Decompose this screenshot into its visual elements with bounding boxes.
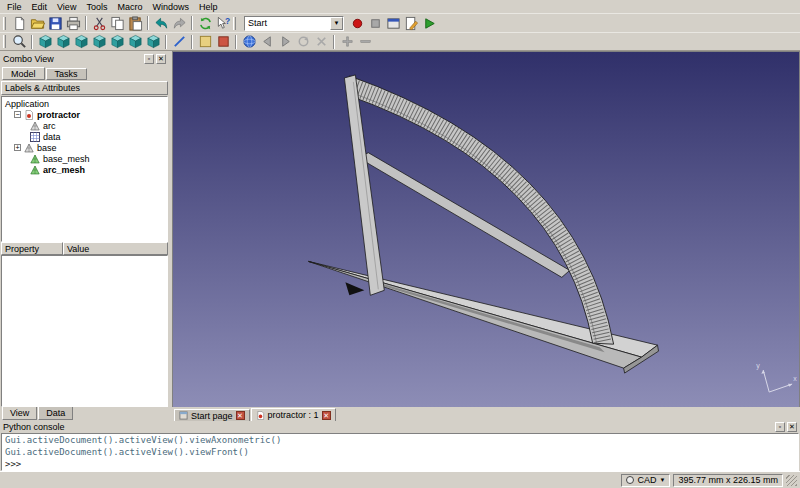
grid-icon	[30, 132, 40, 142]
edit-macro-button[interactable]	[402, 15, 420, 32]
cube-front-icon	[56, 34, 71, 49]
zoom-in-button[interactable]	[338, 33, 356, 50]
toolbar-drag-handle[interactable]	[3, 35, 6, 48]
undo-button[interactable]	[152, 15, 170, 32]
web-browser-button[interactable]	[240, 33, 258, 50]
nav-stop-button[interactable]	[312, 33, 330, 50]
rear-view-button[interactable]	[108, 33, 126, 50]
redo-arrow-icon	[172, 16, 187, 31]
chevron-down-icon: ▼	[660, 477, 666, 483]
nav-refresh-button[interactable]	[294, 33, 312, 50]
toolbar-separator	[333, 35, 335, 49]
close-tab-icon[interactable]: ✕	[322, 411, 331, 420]
collapse-expander-icon[interactable]: −	[14, 111, 21, 118]
menu-tools[interactable]: Tools	[81, 1, 112, 13]
tree-item-protractor[interactable]: − protractor	[2, 109, 167, 120]
menu-windows[interactable]: Windows	[147, 1, 194, 13]
chevron-down-icon: ▼	[330, 17, 343, 30]
freecad-document-icon	[24, 110, 34, 120]
python-console-panel: Python console ▫ ✕ Gui.activeDocument().…	[0, 421, 800, 471]
property-table-header: Property Value	[1, 242, 168, 255]
toolbar-drag-handle[interactable]	[3, 17, 6, 30]
cut-button[interactable]	[90, 15, 108, 32]
cube-bottom-icon	[128, 34, 143, 49]
python-console-output[interactable]: Gui.activeDocument().activeView().viewAx…	[1, 433, 799, 471]
save-document-button[interactable]	[46, 15, 64, 32]
tree-item-base-mesh[interactable]: base_mesh	[2, 153, 167, 164]
left-view-button[interactable]	[144, 33, 162, 50]
float-panel-button[interactable]: ▫	[775, 422, 785, 432]
tab-protractor-document[interactable]: protractor : 1 ✕	[251, 408, 336, 421]
tree-item-data[interactable]: data	[2, 131, 167, 142]
cube-axonometric-icon	[38, 34, 53, 49]
3d-viewport[interactable]: x y	[172, 51, 800, 407]
nav-forward-button[interactable]	[276, 33, 294, 50]
nav-back-button[interactable]	[258, 33, 276, 50]
value-column-header[interactable]: Value	[63, 242, 168, 255]
expand-expander-icon[interactable]: +	[14, 144, 21, 151]
menu-macro[interactable]: Macro	[112, 1, 147, 13]
close-panel-button[interactable]: ✕	[787, 422, 797, 432]
tab-tasks[interactable]: Tasks	[46, 68, 87, 80]
cube-rear-icon	[110, 34, 125, 49]
console-prompt[interactable]: >>>	[5, 458, 795, 470]
minus-icon	[358, 34, 373, 49]
tab-data[interactable]: Data	[38, 407, 73, 420]
tab-view[interactable]: View	[2, 407, 37, 420]
print-button[interactable]	[64, 15, 82, 32]
record-macro-button[interactable]	[348, 15, 366, 32]
stop-macro-button[interactable]	[366, 15, 384, 32]
toolbar-separator	[165, 35, 167, 49]
edit-pencil-icon	[404, 16, 419, 31]
paste-button[interactable]	[126, 15, 144, 32]
open-document-button[interactable]	[28, 15, 46, 32]
execute-macro-button[interactable]	[420, 15, 438, 32]
redo-button[interactable]	[170, 15, 188, 32]
float-panel-button[interactable]: ▫	[144, 54, 154, 64]
tab-model[interactable]: Model	[2, 67, 45, 80]
close-panel-button[interactable]: ✕	[156, 54, 166, 64]
menu-edit[interactable]: Edit	[27, 1, 53, 13]
cube-top-icon	[74, 34, 89, 49]
protractor-model-scene: x y	[173, 52, 799, 407]
tree-item-application[interactable]: Application	[2, 98, 167, 109]
copy-button[interactable]	[108, 15, 126, 32]
navigation-style-selector[interactable]: CAD ▼	[621, 474, 670, 487]
console-line: Gui.activeDocument().activeView().viewFr…	[5, 446, 795, 458]
menu-help[interactable]: Help	[194, 1, 223, 13]
bottom-view-button[interactable]	[126, 33, 144, 50]
axonometric-view-button[interactable]	[36, 33, 54, 50]
right-view-button[interactable]	[90, 33, 108, 50]
new-document-button[interactable]	[10, 15, 28, 32]
start-page-button[interactable]	[196, 33, 214, 50]
measure-distance-button[interactable]	[170, 33, 188, 50]
tree-column-header[interactable]: Labels & Attributes	[1, 81, 168, 95]
refresh-button[interactable]	[196, 15, 214, 32]
macro-dialog-button[interactable]	[384, 15, 402, 32]
fit-all-button[interactable]	[10, 33, 28, 50]
close-tab-icon[interactable]: ✕	[236, 411, 245, 420]
model-vertical-strut	[344, 75, 384, 295]
protractor-model[interactable]	[309, 75, 659, 373]
resize-grip[interactable]	[786, 475, 797, 486]
zoom-out-button[interactable]	[356, 33, 374, 50]
property-table-body[interactable]	[1, 255, 168, 407]
mdi-area: x y Start page ✕ protractor : 1 ✕	[172, 51, 800, 421]
tree-item-arc-mesh[interactable]: arc_mesh	[2, 164, 167, 175]
globe-icon	[242, 34, 257, 49]
menu-view[interactable]: View	[52, 1, 81, 13]
console-line: Gui.activeDocument().activeView().viewAx…	[5, 434, 795, 446]
texture-view-button[interactable]	[214, 33, 232, 50]
whats-this-button[interactable]	[214, 15, 232, 32]
top-view-button[interactable]	[72, 33, 90, 50]
property-column-header[interactable]: Property	[1, 242, 63, 255]
front-view-button[interactable]	[54, 33, 72, 50]
menu-file[interactable]: File	[2, 1, 27, 13]
toolbar-drag-handle[interactable]	[233, 17, 236, 30]
workbench-selector[interactable]: Start ▼	[244, 16, 344, 31]
python-console-title: Python console	[3, 422, 773, 432]
tree-item-base[interactable]: + base	[2, 142, 167, 153]
tab-start-page[interactable]: Start page ✕	[174, 409, 250, 421]
tree-item-arc[interactable]: arc	[2, 120, 167, 131]
combo-view-titlebar: Combo View ▫ ✕	[1, 52, 168, 65]
